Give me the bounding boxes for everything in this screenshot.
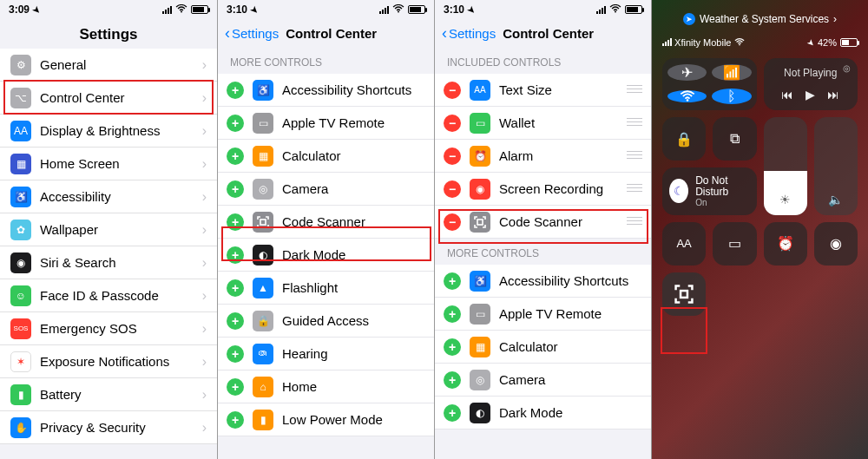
- row-apple-tv-remote[interactable]: +▭Apple TV Remote: [218, 107, 434, 140]
- row-apple-tv-remote[interactable]: +▭Apple TV Remote: [435, 298, 651, 331]
- row-wallet[interactable]: −▭Wallet: [435, 107, 651, 140]
- row-accessibility-shortcuts[interactable]: +♿Accessibility Shortcuts: [218, 74, 434, 107]
- orientation-lock-tile[interactable]: 🔒: [662, 117, 706, 161]
- remove-button[interactable]: −: [444, 213, 461, 231]
- dark-mode-icon: ◐: [253, 245, 273, 266]
- airplay-icon[interactable]: ◎: [843, 63, 851, 73]
- media-tile[interactable]: ◎ Not Playing ⏮ ▶ ⏭: [764, 58, 858, 110]
- row-low-power[interactable]: +▮Low Power Mode: [218, 403, 434, 436]
- row-display[interactable]: AADisplay & Brightness›: [0, 115, 217, 148]
- status-bar: 3:10➤: [218, 0, 434, 19]
- focus-tile[interactable]: ☾ Do Not DisturbOn: [662, 167, 757, 214]
- wallet-tile[interactable]: ▭: [713, 222, 756, 266]
- row-faceid[interactable]: ☺Face ID & Passcode›: [0, 279, 217, 312]
- row-exposure[interactable]: ✶Exposure Notifications›: [0, 345, 217, 378]
- add-button[interactable]: +: [227, 148, 244, 165]
- wifi-icon: [175, 3, 187, 16]
- alarm-icon: ⏰: [470, 146, 490, 167]
- add-button[interactable]: +: [227, 246, 244, 264]
- row-alarm[interactable]: −⏰Alarm: [435, 140, 651, 173]
- drag-handle-icon[interactable]: [627, 118, 642, 128]
- row-dark-mode[interactable]: +◐Dark Mode: [435, 397, 651, 429]
- location-arrow-icon: ➤: [805, 36, 816, 48]
- add-button[interactable]: +: [444, 272, 461, 290]
- cellular-toggle[interactable]: 📶: [712, 64, 751, 81]
- add-button[interactable]: +: [227, 378, 244, 396]
- add-button[interactable]: +: [227, 82, 244, 99]
- signal-icon: [662, 37, 672, 46]
- play-icon[interactable]: ▶: [806, 88, 815, 102]
- volume-slider[interactable]: 🔈: [814, 117, 858, 215]
- screen-mirroring-tile[interactable]: ⧉: [713, 117, 756, 161]
- status-right: [379, 3, 425, 16]
- qr-icon: [470, 212, 490, 233]
- row-calculator[interactable]: +▦Calculator: [218, 140, 434, 173]
- add-button[interactable]: +: [227, 115, 244, 132]
- add-button[interactable]: +: [444, 404, 461, 422]
- row-wallpaper[interactable]: ✿Wallpaper›: [0, 213, 217, 246]
- row-control-center[interactable]: ⌥Control Center›: [0, 82, 217, 115]
- flashlight-icon: ▲: [253, 278, 273, 298]
- svg-rect-7: [681, 291, 687, 298]
- prev-track-icon[interactable]: ⏮: [781, 88, 793, 102]
- row-calculator[interactable]: +▦Calculator: [435, 331, 651, 364]
- add-button[interactable]: +: [227, 213, 244, 231]
- alarm-tile[interactable]: ⏰: [764, 222, 807, 266]
- row-battery[interactable]: ▮Battery›: [0, 378, 217, 411]
- drag-handle-icon[interactable]: [627, 184, 642, 194]
- row-accessibility-shortcuts[interactable]: +♿Accessibility Shortcuts: [435, 265, 651, 298]
- row-dark-mode[interactable]: +◐Dark Mode: [218, 239, 434, 272]
- remove-button[interactable]: −: [444, 148, 461, 165]
- section-more-controls: MORE CONTROLS: [218, 48, 434, 74]
- remove-button[interactable]: −: [444, 180, 461, 198]
- row-guided-access[interactable]: +🔒Guided Access: [218, 305, 434, 338]
- row-code-scanner[interactable]: +Code Scanner: [218, 206, 434, 239]
- add-button[interactable]: +: [227, 411, 244, 429]
- add-button[interactable]: +: [227, 279, 244, 297]
- text-size-tile[interactable]: AA: [662, 222, 706, 266]
- wallet-icon: ▭: [470, 113, 490, 134]
- connectivity-tile[interactable]: ✈ 📶 ᛒ: [662, 58, 757, 110]
- row-camera[interactable]: +◎Camera: [435, 364, 651, 397]
- row-siri[interactable]: ◉Siri & Search›: [0, 246, 217, 279]
- row-sos[interactable]: SOSEmergency SOS›: [0, 312, 217, 345]
- wifi-toggle[interactable]: [667, 90, 707, 102]
- location-indicator-icon: ➤: [683, 13, 695, 25]
- row-general[interactable]: ⚙General›: [0, 49, 217, 82]
- back-button[interactable]: ‹Settings: [442, 24, 496, 43]
- bluetooth-toggle[interactable]: ᛒ: [712, 89, 751, 104]
- drag-handle-icon[interactable]: [627, 85, 642, 95]
- row-flashlight[interactable]: +▲Flashlight: [218, 272, 434, 305]
- remove-button[interactable]: −: [444, 82, 461, 99]
- row-privacy[interactable]: ✋Privacy & Security›: [0, 411, 217, 444]
- add-button[interactable]: +: [444, 371, 461, 389]
- back-button[interactable]: ‹Settings: [225, 24, 279, 43]
- brightness-slider[interactable]: ☀: [764, 117, 807, 215]
- code-scanner-tile[interactable]: [662, 272, 706, 316]
- battery-icon: [191, 5, 208, 14]
- add-button[interactable]: +: [227, 312, 244, 330]
- row-code-scanner-included[interactable]: −Code Scanner: [435, 206, 651, 239]
- drag-handle-icon[interactable]: [627, 151, 642, 161]
- add-button[interactable]: +: [444, 338, 461, 356]
- row-text-size[interactable]: −AAText Size: [435, 74, 651, 107]
- screen-record-tile[interactable]: ◉: [814, 222, 858, 266]
- row-home-screen[interactable]: ▦Home Screen›: [0, 148, 217, 180]
- add-button[interactable]: +: [227, 345, 244, 363]
- add-button[interactable]: +: [444, 305, 461, 323]
- row-home[interactable]: +⌂Home: [218, 370, 434, 403]
- add-button[interactable]: +: [227, 180, 244, 198]
- row-camera[interactable]: +◎Camera: [218, 173, 434, 206]
- svg-point-0: [181, 11, 182, 13]
- drag-handle-icon[interactable]: [627, 217, 642, 227]
- next-track-icon[interactable]: ⏭: [827, 88, 839, 102]
- row-hearing[interactable]: +෧Hearing: [218, 338, 434, 370]
- settings-list: ⚙General› ⌥Control Center› AADisplay & B…: [0, 49, 217, 444]
- remove-button[interactable]: −: [444, 115, 461, 132]
- row-accessibility[interactable]: ♿Accessibility›: [0, 180, 217, 213]
- row-screen-recording[interactable]: −◉Screen Recording: [435, 173, 651, 206]
- airplane-toggle[interactable]: ✈: [667, 64, 707, 81]
- media-title: Not Playing: [784, 67, 837, 79]
- cc-privacy-banner[interactable]: ➤Weather & System Services›: [652, 0, 868, 34]
- carrier-label: Xfinity Mobile: [674, 37, 731, 48]
